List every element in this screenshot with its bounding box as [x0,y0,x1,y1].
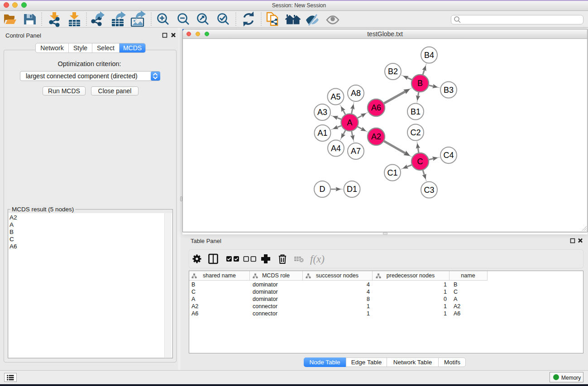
svg-text:A: A [347,118,352,127]
svg-text:B4: B4 [424,51,434,60]
svg-text:A5: A5 [330,92,340,101]
svg-text:C1: C1 [387,168,397,177]
svg-text:B: B [417,79,423,88]
svg-text:D1: D1 [347,185,357,194]
svg-text:B3: B3 [444,86,454,95]
svg-text:C4: C4 [443,151,454,160]
svg-text:C2: C2 [410,128,421,137]
svg-text:A2: A2 [371,132,381,141]
svg-text:A3: A3 [317,108,327,117]
svg-text:A6: A6 [371,103,381,112]
svg-text:A7: A7 [351,147,361,156]
svg-text:A4: A4 [331,144,341,153]
svg-text:f(x): f(x) [310,253,325,265]
svg-text:A1: A1 [317,129,327,138]
svg-text:B1: B1 [411,107,421,116]
svg-text:C3: C3 [424,186,434,195]
svg-text:B2: B2 [388,67,398,76]
svg-text:A8: A8 [351,89,361,98]
svg-text:D: D [320,185,325,194]
svg-text:C: C [417,157,423,166]
